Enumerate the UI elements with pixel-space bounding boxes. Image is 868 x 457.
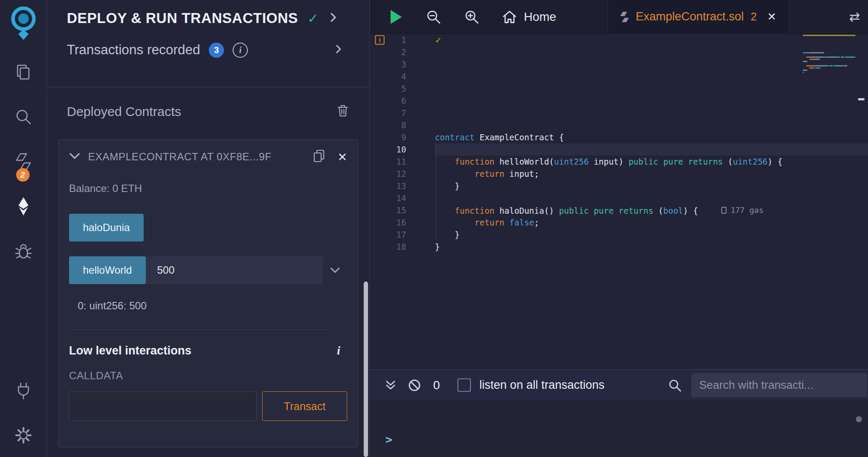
calldata-row: Transact <box>69 391 347 421</box>
line-number[interactable]: 13 <box>370 180 413 192</box>
plugin-manager-icon[interactable] <box>13 380 34 401</box>
code-editor[interactable]: ! 123456789101112131415161718 ✓contract … <box>370 34 868 369</box>
search-icon[interactable] <box>13 106 34 127</box>
deploy-run-icon[interactable] <box>13 196 34 217</box>
terminal-content[interactable]: > <box>370 401 868 457</box>
line-number[interactable]: 9 <box>370 131 413 143</box>
deploy-run-panel: DEPLOY & RUN TRANSACTIONS ✓ Transactions… <box>47 0 370 457</box>
gas-icon <box>721 207 727 214</box>
swap-panels-icon[interactable]: ⇄ <box>849 9 860 24</box>
saved-check-icon: ✓ <box>435 35 442 45</box>
transactions-count-badge: 3 <box>209 43 224 58</box>
minimap-line <box>803 48 855 49</box>
line-number[interactable]: 4 <box>370 70 413 83</box>
gas-estimate-annotation: 177 gas <box>721 204 763 216</box>
warning-indicator-icon: ! <box>375 35 385 45</box>
minimap-line <box>803 59 855 60</box>
helloworld-button[interactable]: helloWorld <box>69 256 146 284</box>
line-number[interactable]: 18 <box>370 241 413 253</box>
gutter-numbers: 123456789101112131415161718 <box>370 34 413 369</box>
minimap[interactable] <box>803 34 855 369</box>
line-number[interactable]: 7 <box>370 107 413 119</box>
info-icon[interactable]: i <box>337 344 340 358</box>
minimap-line <box>803 54 855 56</box>
tab-title: ExampleContract.sol <box>636 10 744 23</box>
halodunia-button[interactable]: haloDunia <box>69 214 144 242</box>
line-number[interactable]: 2 <box>370 46 413 58</box>
trash-icon[interactable] <box>336 104 349 119</box>
zoom-in-icon[interactable] <box>464 9 480 25</box>
zoom-out-icon[interactable] <box>426 9 441 25</box>
transactions-recorded-row[interactable]: Transactions recorded 3 i <box>47 36 369 74</box>
tab-badge: 2 <box>751 10 757 23</box>
low-level-header: Low level interactions i <box>69 344 347 358</box>
info-circle-icon[interactable]: i <box>233 43 248 58</box>
copy-icon[interactable] <box>312 149 326 165</box>
chevron-down-icon[interactable] <box>69 151 80 162</box>
line-number[interactable]: 5 <box>370 83 413 95</box>
chevron-down-icon[interactable] <box>323 266 347 275</box>
minimap-line <box>803 61 855 62</box>
deployed-contracts-title: Deployed Contracts <box>67 104 181 119</box>
debugger-icon[interactable] <box>13 241 34 262</box>
terminal-prompt: > <box>385 433 392 446</box>
line-number[interactable]: 15 <box>370 204 413 216</box>
line-number[interactable]: 10 <box>370 143 413 156</box>
home-icon <box>502 10 517 24</box>
terminal-search-input[interactable] <box>691 373 867 397</box>
home-tab[interactable]: Home <box>502 10 556 24</box>
transact-button[interactable]: Transact <box>262 391 347 421</box>
compiled-check-icon: ✓ <box>308 11 319 26</box>
deployed-contract-card: EXAMPLECONTRACT AT 0XF8E...9F ✕ Balance:… <box>58 139 358 447</box>
run-play-button[interactable] <box>389 9 403 25</box>
line-number[interactable]: 3 <box>370 58 413 70</box>
collapse-terminal-icon[interactable] <box>385 379 397 391</box>
minimap-line <box>803 56 855 58</box>
line-number[interactable]: 8 <box>370 119 413 131</box>
minimap-line <box>803 70 855 71</box>
compiler-badge: 2 <box>16 168 30 182</box>
tab-examplecontract[interactable]: ExampleContract.sol 2 ✕ <box>608 0 789 33</box>
minimap-line <box>803 46 855 47</box>
line-number[interactable]: 16 <box>370 216 413 228</box>
calldata-input[interactable] <box>69 391 257 421</box>
panel-header: DEPLOY & RUN TRANSACTIONS ✓ <box>47 0 369 36</box>
home-label: Home <box>524 10 556 24</box>
balance-text: Balance: 0 ETH <box>69 182 347 195</box>
panel-title: DEPLOY & RUN TRANSACTIONS <box>67 10 298 26</box>
solidity-compiler-icon[interactable]: 2 <box>13 151 34 172</box>
file-explorer-icon[interactable] <box>13 62 34 83</box>
line-number[interactable]: 14 <box>370 192 413 204</box>
line-number[interactable]: 12 <box>370 168 413 180</box>
terminal-scroll-dot <box>856 416 862 422</box>
panel-scrollbar[interactable] <box>364 281 368 457</box>
editor-topbar: Home ExampleContract.sol 2 ✕ ⇄ <box>370 0 868 34</box>
minimap-line <box>803 63 855 64</box>
terminal-toolbar: 0 listen on all transactions <box>370 369 868 401</box>
minimap-line <box>803 41 855 43</box>
line-number[interactable]: 17 <box>370 228 413 241</box>
clear-console-icon[interactable] <box>408 379 421 392</box>
minimap-line <box>803 72 855 73</box>
panel-divider <box>47 87 369 87</box>
editor-scrollbar[interactable] <box>858 98 865 100</box>
card-divider <box>69 329 330 330</box>
contract-card-header: EXAMPLECONTRACT AT 0XF8E...9F ✕ <box>69 149 347 165</box>
terminal-search-icon <box>668 378 682 392</box>
line-number[interactable]: 6 <box>370 95 413 107</box>
low-level-title: Low level interactions <box>69 344 191 358</box>
helloworld-input[interactable] <box>146 256 323 284</box>
minimap-line <box>803 50 855 51</box>
helloworld-row: helloWorld <box>69 256 347 284</box>
chevron-right-icon[interactable] <box>334 44 343 56</box>
listen-label[interactable]: listen on all transactions <box>480 378 605 392</box>
line-number[interactable]: 11 <box>370 156 413 168</box>
terminal: 0 listen on all transactions > <box>370 369 868 457</box>
tab-close-icon[interactable]: ✕ <box>767 10 776 23</box>
settings-gear-icon[interactable] <box>13 425 34 446</box>
close-icon[interactable]: ✕ <box>337 150 347 164</box>
chevron-right-icon[interactable] <box>328 12 339 25</box>
transactions-recorded-label: Transactions recorded <box>67 42 200 58</box>
indent-guide <box>436 143 436 241</box>
listen-checkbox[interactable] <box>457 378 471 392</box>
